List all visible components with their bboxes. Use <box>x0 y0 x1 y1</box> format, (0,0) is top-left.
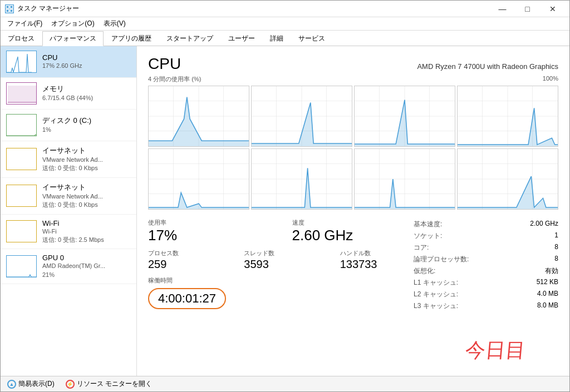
logical-procs-val: 8 <box>554 255 558 264</box>
uptime-label: 稼働時間 <box>148 276 414 285</box>
wifi-info: Wi-Fi Wi-Fi 送信: 0 受信: 2.5 Mbps <box>42 219 131 245</box>
tab-performance[interactable]: パフォーマンス <box>42 31 104 46</box>
stats-right: 基本速度: 2.00 GHz ソケット: 1 コア: 8 論理プロセッサ数: <box>414 219 558 312</box>
annotation-text: 今日目 <box>464 337 527 364</box>
disk-sub: 1% <box>42 126 131 134</box>
uptime-box: 稼働時間 4:00:01:27 <box>148 276 414 309</box>
stat-col-speed: 速度 2.60 GHz <box>292 219 414 242</box>
window-title: タスク マネージャー <box>17 4 79 13</box>
eth2-title: イーサネット <box>42 182 131 192</box>
cpu-chart-1 <box>148 86 249 147</box>
processes-value: 259 <box>148 259 222 270</box>
svg-rect-2 <box>6 9 9 12</box>
memory-thumbnail <box>6 82 37 105</box>
stats-left: 使用率 17% 速度 2.60 GHz プロセス数 259 <box>148 219 414 312</box>
title-bar-controls: — □ ✕ <box>490 1 565 17</box>
wifi-thumbnail <box>6 220 37 242</box>
menu-view[interactable]: 表示(V) <box>99 18 130 29</box>
threads-label: スレッド数 <box>244 249 317 257</box>
sidebar-item-wifi[interactable]: Wi-Fi Wi-Fi 送信: 0 受信: 2.5 Mbps <box>1 215 136 250</box>
gpu-thumbnail <box>6 255 37 277</box>
wifi-sub1: Wi-Fi <box>42 227 131 236</box>
memory-sub: 6.7/15.4 GB (44%) <box>42 94 131 102</box>
stat-row-pth: プロセス数 259 スレッド数 3593 ハンドル数 133733 <box>148 249 414 270</box>
window: タスク マネージャー — □ ✕ ファイル(F) オプション(O) 表示(V) … <box>0 0 570 392</box>
detail-l1: L1 キャッシュ: 512 KB <box>414 277 558 289</box>
stat-col-handles: ハンドル数 133733 <box>340 249 414 270</box>
cpu-charts-grid <box>148 86 558 210</box>
threads-value: 3593 <box>244 259 317 270</box>
cpu-chart-3 <box>354 86 455 147</box>
tab-apphistory[interactable]: アプリの履歴 <box>104 31 159 46</box>
cpu-full-name: AMD Ryzen 7 4700U with Radeon Graphics <box>417 62 558 71</box>
sidebar-item-gpu[interactable]: GPU 0 AMD Radeon(TM) Gr... 21% <box>1 249 136 284</box>
maximize-button[interactable]: □ <box>515 1 540 17</box>
stat-col-usage: 使用率 17% <box>148 219 270 242</box>
chart-label-row: 4 分間の使用率 (%) 100% <box>148 75 558 83</box>
usage-value: 17% <box>148 228 270 242</box>
cpu-chart-5 <box>148 148 249 210</box>
bottom-bar: ▲ 簡易表示(D) ⚡ リソース モニターを開く <box>1 376 569 391</box>
chart-percent: 100% <box>543 75 558 83</box>
eth1-sub2: 送信: 0 受信: 0 Kbps <box>42 164 131 172</box>
virtualization-val: 有効 <box>545 266 558 276</box>
base-speed-key: 基本速度: <box>414 220 442 229</box>
sockets-val: 1 <box>554 231 558 241</box>
title-bar-left: タスク マネージャー <box>5 4 79 13</box>
tab-process[interactable]: プロセス <box>1 31 42 46</box>
tab-services[interactable]: サービス <box>291 31 332 46</box>
cpu-chart-7 <box>354 148 455 210</box>
detail-virtualization: 仮想化: 有効 <box>414 265 558 277</box>
speed-label: 速度 <box>292 219 414 227</box>
handles-value: 133733 <box>340 259 414 270</box>
chart-label: 4 分間の使用率 (%) <box>148 75 201 83</box>
tab-users[interactable]: ユーザー <box>221 31 262 46</box>
svg-rect-4 <box>8 86 36 102</box>
simple-view-label: 簡易表示(D) <box>18 379 55 389</box>
resource-monitor-label: リソース モニターを開く <box>77 379 152 389</box>
simple-view-button[interactable]: ▲ 簡易表示(D) <box>7 379 55 389</box>
tab-details[interactable]: 詳細 <box>263 31 291 46</box>
cpu-chart-6 <box>251 148 352 210</box>
stat-row-usage-speed: 使用率 17% 速度 2.60 GHz <box>148 219 414 242</box>
menu-options[interactable]: オプション(O) <box>47 18 99 29</box>
close-button[interactable]: ✕ <box>540 1 565 17</box>
main-content: CPU 17% 2.60 GHz メモリ 6.7/15.4 GB (44%) <box>1 46 569 376</box>
gpu-info: GPU 0 AMD Radeon(TM) Gr... 21% <box>42 254 131 279</box>
minimize-button[interactable]: — <box>490 1 515 17</box>
stat-col-processes: プロセス数 259 <box>148 249 222 270</box>
cpu-chart-8 <box>457 148 558 210</box>
handles-label: ハンドル数 <box>340 249 414 257</box>
cpu-info: CPU 17% 2.60 GHz <box>42 53 131 70</box>
sidebar-item-eth1[interactable]: イーサネット VMware Network Ad... 送信: 0 受信: 0 … <box>1 141 136 178</box>
tab-startup[interactable]: スタートアップ <box>159 31 220 46</box>
cpu-thumbnail <box>6 51 37 73</box>
cores-val: 8 <box>554 243 558 252</box>
app-icon <box>5 4 14 13</box>
l2-key: L2 キャッシュ: <box>414 290 458 299</box>
sidebar-item-cpu[interactable]: CPU 17% 2.60 GHz <box>1 46 136 78</box>
sidebar-item-memory[interactable]: メモリ 6.7/15.4 GB (44%) <box>1 78 136 110</box>
title-bar: タスク マネージャー — □ ✕ <box>1 1 569 17</box>
cpu-sub: 17% 2.60 GHz <box>42 62 131 70</box>
detail-base-speed: 基本速度: 2.00 GHz <box>414 219 558 230</box>
panel-header: CPU AMD Ryzen 7 4700U with Radeon Graphi… <box>148 55 558 73</box>
eth1-thumbnail <box>6 148 37 170</box>
memory-info: メモリ 6.7/15.4 GB (44%) <box>42 84 131 102</box>
cpu-chart-4 <box>457 86 558 147</box>
resource-monitor-button[interactable]: ⚡ リソース モニターを開く <box>66 379 152 389</box>
cpu-chart-2 <box>251 86 352 147</box>
gpu-sub2: 21% <box>42 271 131 279</box>
simple-view-icon: ▲ <box>7 380 16 389</box>
sidebar-item-eth2[interactable]: イーサネット VMware Network Ad... 送信: 0 受信: 0 … <box>1 178 136 215</box>
base-speed-val: 2.00 GHz <box>530 220 558 229</box>
disk-title: ディスク 0 (C:) <box>42 116 131 126</box>
detail-cores: コア: 8 <box>414 242 558 254</box>
sidebar-item-disk[interactable]: ディスク 0 (C:) 1% <box>1 110 136 141</box>
eth2-info: イーサネット VMware Network Ad... 送信: 0 受信: 0 … <box>42 182 131 210</box>
l1-key: L1 キャッシュ: <box>414 278 458 287</box>
menu-file[interactable]: ファイル(F) <box>3 18 47 29</box>
detail-l3: L3 キャッシュ: 8.0 MB <box>414 300 558 312</box>
speed-value: 2.60 GHz <box>292 228 414 242</box>
stat-col-threads: スレッド数 3593 <box>244 249 317 270</box>
